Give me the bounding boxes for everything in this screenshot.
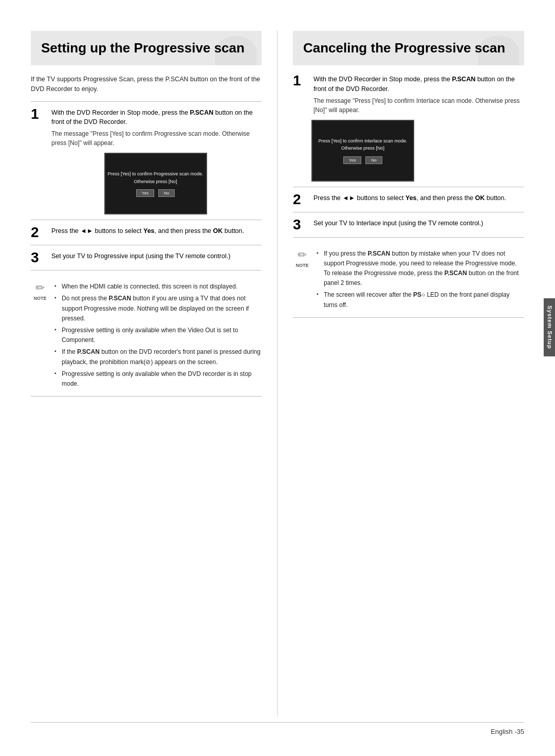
left-step-2: 2 Press the ◄► buttons to select Yes, an… [31,226,262,240]
right-step-1-screen: Press [Yes] to confirm Interlace scan mo… [311,120,524,182]
right-note-item-1: If you press the P.SCAN button by mistak… [317,249,524,289]
right-step-3-content: Set your TV to Interlace input (using th… [313,219,524,228]
left-screen-no: No [158,189,175,197]
right-step-2-number: 2 [293,192,309,207]
left-step-2-text: Press the ◄► buttons to select Yes, and … [51,226,262,236]
left-note-item-3: Progressive setting is only available wh… [54,326,262,345]
right-step-1-number: 1 [293,74,309,88]
left-step-1-screen: Press [Yes] to confirm Progressive scan … [49,153,262,214]
left-step-1-sub: The message "Press [Yes] to confirm Prog… [51,129,262,148]
left-note-item-4: If the P.SCAN button on the DVD recorder… [54,347,262,367]
page-footer: English -35 [31,722,524,735]
left-pencil-icon: ✏ [35,281,45,295]
left-note-icon: ✏ NOTE [31,282,49,300]
left-note-item-2: Do not press the P.SCAN button if you ar… [54,294,262,323]
left-step-1-content: With the DVD Recorder in Stop mode, pres… [51,108,262,148]
right-section-header: Canceling the Progressive scan [293,31,524,65]
right-screen-no: No [365,156,382,164]
right-screen-image: Press [Yes] to confirm Interlace scan mo… [311,120,414,182]
left-step-2-number: 2 [31,225,47,240]
left-section-header: Setting up the Progressive scan [31,31,262,65]
right-note-content: If you press the P.SCAN button by mistak… [317,249,524,312]
right-step-3-text: Set your TV to Interlace input (using th… [313,219,524,228]
left-screen-text-1: Press [Yes] to confirm Progressive scan … [107,170,203,185]
left-step-1-main: With the DVD Recorder in Stop mode, pres… [51,108,262,128]
left-note-label: NOTE [33,296,46,301]
left-step-3-content: Set your TV to Progressive input (using … [51,251,262,261]
right-note-icon: ✏ NOTE [293,249,311,267]
left-screen-image: Press [Yes] to confirm Progressive scan … [104,153,207,214]
left-note-item-5: Progressive setting is only available wh… [54,369,262,389]
left-note-content: When the HDMI cable is connected, this s… [54,282,262,391]
left-screen-yes: Yes [136,189,154,197]
right-note-item-2: The screen will recover after the PS○ LE… [317,290,524,310]
left-note-section: ✏ NOTE When the HDMI cable is connected,… [31,277,262,391]
left-screen-buttons: Yes No [136,189,175,197]
right-pencil-icon: ✏ [298,248,307,262]
right-step-1-content: With the DVD Recorder in Stop mode, pres… [313,75,524,115]
right-note-section: ✏ NOTE If you press the P.SCAN button by… [293,244,524,312]
left-step-3-text: Set your TV to Progressive input (using … [51,251,262,261]
right-step-3-number: 3 [293,218,309,232]
left-step-1-number: 1 [31,107,47,121]
right-step-1-main: With the DVD Recorder in Stop mode, pres… [313,75,524,94]
right-note-label: NOTE [295,263,308,268]
right-step-1: 1 With the DVD Recorder in Stop mode, pr… [293,75,524,115]
left-section-title: Setting up the Progressive scan [41,40,251,56]
right-step-1-sub: The message "Press [Yes] to confirm Inte… [313,96,524,115]
right-screen-text-1: Press [Yes] to confirm Interlace scan mo… [318,137,407,152]
right-section: Canceling the Progressive scan 1 With th… [278,31,524,717]
left-section: Setting up the Progressive scan If the T… [31,31,278,717]
right-section-title: Canceling the Progressive scan [303,40,514,56]
left-step-1: 1 With the DVD Recorder in Stop mode, pr… [31,108,262,148]
right-step-2-text: Press the ◄► buttons to select Yes, and … [313,193,524,203]
right-step-2-content: Press the ◄► buttons to select Yes, and … [313,193,524,203]
right-step-2: 2 Press the ◄► buttons to select Yes, an… [293,193,524,207]
left-step-2-content: Press the ◄► buttons to select Yes, and … [51,226,262,236]
page-number: English -35 [491,728,524,735]
right-note-list: If you press the P.SCAN button by mistak… [317,249,524,310]
left-note-list: When the HDMI cable is connected, this s… [54,282,262,389]
right-screen-buttons: Yes No [343,156,382,164]
left-step-3: 3 Set your TV to Progressive input (usin… [31,251,262,265]
right-screen-yes: Yes [343,156,361,164]
sidebar-tab: System Setup [544,298,555,356]
left-note-item-1: When the HDMI cable is connected, this s… [54,282,262,292]
left-intro-text: If the TV supports Progressive Scan, pre… [31,75,262,94]
left-step-3-number: 3 [31,250,47,265]
right-step-3: 3 Set your TV to Interlace input (using … [293,219,524,232]
